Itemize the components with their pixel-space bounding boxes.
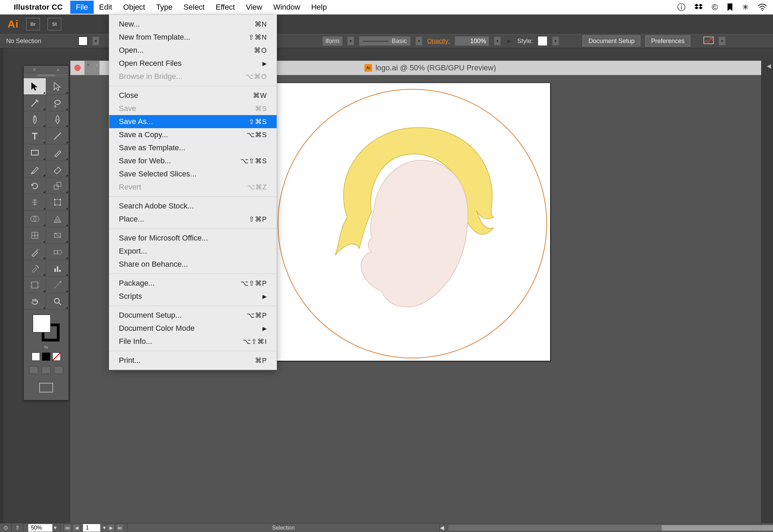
tab-gutter[interactable]: ×« <box>84 61 100 75</box>
tool-artboard[interactable] <box>24 277 46 293</box>
draw-inside[interactable] <box>54 366 63 374</box>
artboard-first[interactable]: ⏮ <box>64 524 71 532</box>
file-menu-print[interactable]: Print...⌘P <box>109 354 277 367</box>
style-swatch[interactable] <box>538 36 547 46</box>
app-name[interactable]: Illustrator CC <box>14 3 63 12</box>
tool-paintbrush[interactable] <box>46 144 69 161</box>
tool-direct-selection[interactable] <box>46 78 69 95</box>
file-menu-save-as[interactable]: Save As...⇧⌘S <box>109 115 277 128</box>
sync-icon[interactable]: ✳︎ <box>742 2 749 12</box>
artboard-next[interactable]: ▶ <box>107 524 115 532</box>
wifi-icon[interactable] <box>758 4 767 11</box>
plot-dropdown[interactable]: ▾ <box>719 37 725 45</box>
file-menu-save-for-microsoft-office[interactable]: Save for Microsoft Office... <box>109 232 277 245</box>
draw-normal[interactable] <box>29 366 38 374</box>
brush-dropdown[interactable]: ▾ <box>415 37 422 45</box>
style-dropdown[interactable]: ▾ <box>552 37 559 45</box>
app-chip-st[interactable]: St <box>48 18 61 30</box>
hscrollbar[interactable] <box>448 524 754 531</box>
tool-zoom[interactable] <box>46 293 69 310</box>
tool-perspective-grid[interactable] <box>46 211 69 227</box>
app-chip-br[interactable]: Br <box>26 18 40 30</box>
menu-type[interactable]: Type <box>151 1 178 14</box>
tool-rectangle[interactable] <box>24 144 46 161</box>
draw-behind[interactable] <box>42 366 51 374</box>
color-mode-solid[interactable] <box>32 352 40 361</box>
info-icon[interactable]: ⓘ <box>677 2 686 13</box>
file-menu-scripts[interactable]: Scripts▶ <box>109 290 277 303</box>
artboard-prev[interactable]: ◀ <box>73 524 80 532</box>
tool-slice[interactable] <box>46 277 69 293</box>
fill-dropdown[interactable]: ▾ <box>92 37 99 45</box>
tool-magic-wand[interactable] <box>24 95 46 111</box>
opacity-dropdown[interactable]: ▾ <box>494 37 501 45</box>
fill-stroke-control[interactable] <box>33 315 60 341</box>
menu-help[interactable]: Help <box>306 1 332 14</box>
menu-window[interactable]: Window <box>268 1 306 14</box>
iform-field[interactable]: iform <box>322 36 342 46</box>
tool-free-transform[interactable] <box>46 194 69 211</box>
gpu-icon[interactable]: ⊙ <box>0 523 12 532</box>
file-menu-save-as-template[interactable]: Save as Template... <box>109 141 277 154</box>
file-menu-save-selected-slices[interactable]: Save Selected Slices... <box>109 167 277 181</box>
tool-shape-builder[interactable] <box>24 211 46 227</box>
menu-effect[interactable]: Effect <box>210 1 240 14</box>
file-menu-place[interactable]: Place...⇧⌘P <box>109 213 277 226</box>
artboard-last[interactable]: ⏭ <box>116 524 124 532</box>
hscroll-left[interactable]: ◀ <box>440 523 444 532</box>
tool-blend[interactable] <box>46 244 69 260</box>
screen-mode[interactable] <box>39 383 53 392</box>
file-menu-document-setup[interactable]: Document Setup...⌥⌘P <box>109 309 277 322</box>
color-mode-none[interactable] <box>52 352 61 361</box>
file-menu-open-recent-files[interactable]: Open Recent Files▶ <box>109 57 277 70</box>
artboard-number[interactable]: 1 <box>83 524 100 532</box>
tool-type[interactable] <box>24 128 46 144</box>
file-menu-file-info[interactable]: File Info...⌥⇧⌘I <box>109 335 277 348</box>
tool-lasso[interactable] <box>46 95 69 111</box>
iform-dropdown[interactable]: ▾ <box>347 37 354 45</box>
file-menu-package[interactable]: Package...⌥⇧⌘P <box>109 277 277 290</box>
ai-logo[interactable]: Ai <box>8 18 19 30</box>
menu-object[interactable]: Object <box>118 1 151 14</box>
file-menu-new-from-template[interactable]: New from Template...⇧⌘N <box>109 31 277 44</box>
tools-grip[interactable] <box>24 73 69 78</box>
plot-icon[interactable] <box>703 37 714 46</box>
file-menu-close[interactable]: Close⌘W <box>109 89 277 102</box>
brush-selector[interactable]: Basic <box>359 36 411 46</box>
file-menu-document-color-mode[interactable]: Document Color Mode▶ <box>109 322 277 335</box>
left-panel-nub[interactable] <box>0 48 3 523</box>
menu-view[interactable]: View <box>240 1 268 14</box>
tool-rotate[interactable] <box>24 177 46 194</box>
tool-selection[interactable] <box>24 78 46 95</box>
tool-eyedropper[interactable] <box>24 244 46 260</box>
file-menu-save-a-copy[interactable]: Save a Copy...⌥⌘S <box>109 128 277 141</box>
file-menu-search-adobe-stock[interactable]: Search Adobe Stock... <box>109 200 277 213</box>
dropbox-icon[interactable] <box>694 3 703 11</box>
file-menu-new[interactable]: New...⌘N <box>109 18 277 31</box>
file-menu-save-for-web[interactable]: Save for Web...⌥⇧⌘S <box>109 154 277 167</box>
fill-color[interactable] <box>33 315 51 332</box>
tool-pen[interactable] <box>24 111 46 128</box>
artboard-dropdown[interactable]: ▾ <box>103 524 106 531</box>
hscroll-thumb[interactable] <box>662 525 773 531</box>
bookmark-icon[interactable] <box>727 3 733 11</box>
swap-fill-stroke-icon[interactable]: ⇆ <box>44 344 48 350</box>
artboard[interactable] <box>273 83 550 361</box>
document-setup-button[interactable]: Document Setup <box>583 35 640 47</box>
menu-file[interactable]: File <box>70 1 93 14</box>
menu-edit[interactable]: Edit <box>94 1 118 14</box>
tool-symbol-sprayer[interactable] <box>24 260 46 277</box>
tools-header[interactable]: ×« <box>24 66 69 73</box>
zoom-input[interactable]: 50% <box>28 524 52 532</box>
tool-pencil[interactable] <box>24 161 46 177</box>
opacity-label[interactable]: Opacity: <box>427 38 450 45</box>
tool-scale[interactable] <box>46 177 69 194</box>
zoom-dropdown[interactable]: ▾ <box>54 524 56 531</box>
tool-column-graph[interactable] <box>46 260 69 277</box>
cc-icon[interactable]: © <box>712 2 718 12</box>
tool-hand[interactable] <box>24 293 46 310</box>
tool-gradient[interactable] <box>46 227 69 244</box>
opacity-input[interactable]: 100% <box>455 36 489 46</box>
fill-swatch[interactable] <box>79 37 87 45</box>
tool-curvature[interactable] <box>46 111 69 128</box>
